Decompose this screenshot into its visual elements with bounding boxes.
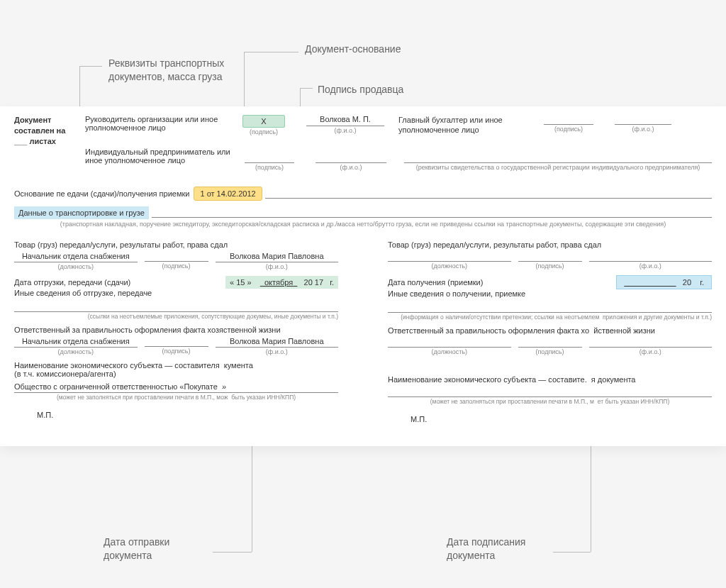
transport-label: Данные о транспортировке и грузе [14, 206, 149, 219]
sign-label: (подпись) [255, 164, 284, 171]
ip-fio-slot [315, 153, 386, 163]
left-entity-label: Наименование экономического субъекта — с… [14, 361, 220, 370]
leader-role: Руководитель организации или иное уполно… [85, 115, 235, 143]
left-position2: Начальник отдела снабжения [14, 337, 138, 348]
left-other-line [14, 303, 338, 312]
accountant-fio-slot [615, 115, 671, 125]
fio-label: (ф.и.о.) [335, 127, 357, 134]
callout-transport: Реквизиты транспортных документов, масса… [108, 57, 243, 84]
right-resp-label: Ответственный за правильность оформления… [388, 326, 589, 335]
leader-line [553, 552, 591, 553]
document-panel: Документ составлен на ___ листах Руковод… [0, 106, 726, 446]
left-sign-slot [145, 252, 208, 262]
basis-value: 1 от 14.02.2012 [194, 187, 262, 201]
recv-date-label: Дата получения (приемки) [388, 278, 483, 287]
left-mp: М.П. [14, 411, 338, 419]
sign-label: (подпись) [145, 262, 208, 270]
callout-basis-doc: Документ-основание [305, 43, 432, 56]
right-title: Товар (груз) передал/услуги, результаты … [388, 240, 712, 249]
right-position-slot [388, 252, 511, 262]
sign-label: (подпись) [554, 126, 583, 133]
fio-label: (ф.и.о.) [216, 263, 339, 270]
doc-pages-note: Документ составлен на ___ листах [14, 115, 79, 147]
leader-line [244, 52, 281, 52]
callout-seller-sign: Подпись продавца [318, 83, 438, 96]
leader-name: Волкова М. П. [306, 115, 384, 126]
right-column: Товар (груз) передал/услуги, результаты … [388, 240, 712, 423]
right-other-line [388, 304, 712, 313]
ip-role: Индивидуальный предприниматель или иное … [85, 148, 235, 170]
left-fullname2: Волкова Мария Павловна [216, 337, 339, 348]
right-entity-label: Наименование экономического субъекта — с… [388, 375, 587, 384]
right-other-label: Иные сведения о получении, приемке [388, 289, 712, 298]
left-column: Товар (груз) передал/услуги, результаты … [14, 240, 338, 423]
leader-line [300, 88, 313, 89]
right-position2-slot [388, 338, 511, 348]
ip-sign-slot [245, 153, 294, 163]
left-sign2-slot [145, 337, 208, 347]
left-title: Товар (груз) передал/услуги, результаты … [14, 240, 338, 249]
left-entity-note: (может не заполняться при проставлении п… [57, 394, 228, 401]
basis-label: Основание пе едачи (сдачи)/получения при… [14, 189, 189, 198]
right-fio-slot [589, 252, 713, 262]
left-position: Начальник отдела снабжения [14, 252, 138, 262]
position-label: (должность) [14, 263, 138, 270]
accountant-sign-slot [544, 115, 593, 125]
ip-cert-slot [404, 153, 712, 163]
callout-sign-date: Дата подписания документа [447, 536, 553, 562]
leader-sign-mark: X [242, 115, 285, 128]
leader-line [213, 552, 252, 553]
fio-label: (ф.и.о.) [632, 126, 654, 133]
basis-line [265, 189, 712, 199]
left-other-label: Иные сведения об отгрузке, передаче [14, 289, 338, 297]
leader-line [281, 52, 298, 52]
transport-line [152, 209, 712, 218]
right-entity-line [388, 388, 712, 397]
ship-date-value: « 15 » октября 20 17 г. [225, 276, 338, 289]
right-fio2-slot [589, 338, 713, 348]
left-entity-sub: (в т.ч. комиссионера/агента) [14, 370, 338, 378]
ship-date-label: Дата отгрузки, передачи (сдачи) [14, 278, 130, 287]
left-fullname: Волкова Мария Павловна [216, 252, 339, 262]
left-entity-name: Общество с ограниченной ответственностью… [14, 382, 218, 391]
accountant-role: Главный бухгалтер или иное уполномоченно… [398, 115, 526, 135]
right-sign-slot [518, 252, 582, 262]
recv-date-value: 20 г. [616, 275, 712, 289]
left-resp-label: Ответственный за правильность оформления… [14, 326, 223, 334]
left-other-note: (ссылки на неотъемлемые приложения, сопу… [88, 313, 267, 320]
ip-cert-note: (реквизиты свидетельства о государственн… [404, 164, 712, 171]
right-entity-note: (может не заполняться при проставлении п… [430, 398, 594, 405]
right-mp: М.П. [388, 415, 712, 423]
callout-send-date: Дата отправки документа [104, 536, 203, 562]
sign-label: (подпись) [250, 128, 278, 135]
leader-line [79, 66, 102, 67]
transport-note: (транспортная накладная, поручение экспе… [14, 221, 712, 228]
right-other-note: (информация о наличии/отсутствии претенз… [401, 314, 599, 321]
fio-label: (ф.и.о.) [340, 164, 362, 171]
right-sign2-slot [518, 338, 582, 348]
